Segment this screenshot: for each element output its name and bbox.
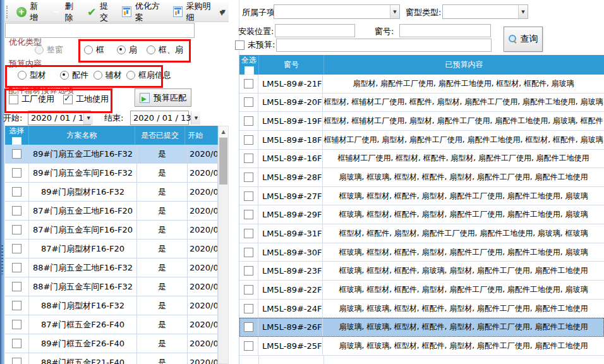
row-select-cell[interactable] xyxy=(5,145,29,163)
row-checkbox[interactable] xyxy=(244,135,253,145)
select-all-checkbox[interactable] xyxy=(245,66,254,75)
table-row[interactable]: 89#门扇型材F16-F32是2020/0 xyxy=(5,183,218,202)
row-checkbox[interactable] xyxy=(12,225,21,234)
row-select-cell[interactable] xyxy=(239,94,258,112)
row-select-cell[interactable] xyxy=(5,202,29,220)
table-row[interactable]: LM5L-89#-24F22扇玻璃, 框玻璃, 框型材, 框配件, 扇型材, 扇… xyxy=(239,300,604,318)
row-checkbox[interactable] xyxy=(244,322,253,332)
chevron-down-icon[interactable]: ▼ xyxy=(83,111,93,124)
install-pos-input[interactable] xyxy=(275,24,355,37)
row-select-cell[interactable] xyxy=(5,334,29,353)
table-row[interactable]: LM5L-89#-23F21框玻璃, 框型材, 框配件, 扇玻璃, 扇型材, 扇… xyxy=(239,262,604,281)
budget-match-button[interactable]: 预算匹配 xyxy=(135,88,191,107)
row-select-cell[interactable] xyxy=(239,150,258,168)
table-row[interactable]: LM5L-89#-25F23扇玻璃, 框玻璃, 框型材, 框配件, 扇型材, 扇… xyxy=(239,337,604,356)
toolbar-overflow-button[interactable]: ▬▼ xyxy=(217,7,226,18)
end-date-picker[interactable]: 2020 / 01 / 13 ▼ xyxy=(130,111,189,125)
row-checkbox[interactable] xyxy=(12,244,21,253)
row-select-cell[interactable] xyxy=(239,224,258,243)
submit-button[interactable]: ✔ 提交 xyxy=(83,0,119,25)
row-select-cell[interactable] xyxy=(239,205,258,224)
budgeted-content-column-header[interactable]: 已预算内容 xyxy=(324,55,604,75)
row-checkbox[interactable] xyxy=(244,266,253,276)
delete-button[interactable]: − 删除 xyxy=(48,0,83,25)
row-select-cell[interactable] xyxy=(239,337,258,355)
chevron-down-icon[interactable]: ▼ xyxy=(191,111,200,124)
row-select-cell[interactable] xyxy=(239,112,258,130)
row-select-cell[interactable] xyxy=(5,240,29,258)
table-row[interactable]: LM5L-89#-30F28框玻璃, 框型材, 框配件, 扇型材, 扇配件工厂使… xyxy=(239,243,604,262)
table-row[interactable]: LM5L-89#-19F17框型材, 框辅材工厂使用, 扇型材, 扇配件工厂使用… xyxy=(239,112,604,131)
table-row[interactable]: LM5L-89#-18F16框辅材工厂使用, 扇型材, 扇配件工厂使用, 扇配件… xyxy=(239,131,604,150)
radio-frame[interactable]: 框 xyxy=(84,45,104,55)
table-row[interactable]: 87#门扇五金车间F16-F20是2020/0 xyxy=(5,221,218,240)
table-row[interactable]: 88#门扇五金工地F16-F32是2020/0 xyxy=(5,258,218,277)
query-button[interactable]: 查询 xyxy=(504,27,543,52)
row-checkbox[interactable] xyxy=(244,191,253,201)
table-row[interactable]: LM5L-89#-20F18框型材, 框辅材工厂使用, 框配件, 扇型材, 扇配… xyxy=(239,94,604,112)
start-column-header[interactable]: 开始 xyxy=(185,126,218,145)
table-row[interactable]: 88#门框五金F21-F40是2020/0 xyxy=(5,353,218,364)
row-select-cell[interactable] xyxy=(239,75,258,93)
select-column-header[interactable]: 选择 xyxy=(5,126,29,145)
site-use-checkbox[interactable]: 工地使用 xyxy=(63,94,109,104)
row-select-cell[interactable] xyxy=(5,221,29,239)
table-row[interactable]: 89#门扇五金车间F16-F32是2020/0 xyxy=(5,164,218,183)
row-checkbox[interactable] xyxy=(12,206,21,215)
chevron-down-icon[interactable]: ▼ xyxy=(518,5,528,18)
radio-whole-window[interactable]: 整窗 xyxy=(35,45,63,55)
table-row[interactable]: 89#门框五金F26-F40是2020/0 xyxy=(5,334,218,353)
table-row[interactable]: 88#门扇五金车间F16-F32是2020/0 xyxy=(5,277,218,296)
search-input[interactable] xyxy=(5,23,195,38)
row-checkbox[interactable] xyxy=(244,341,253,351)
row-select-cell[interactable] xyxy=(239,318,258,336)
row-checkbox[interactable] xyxy=(12,358,21,364)
row-select-cell[interactable] xyxy=(5,353,29,364)
table-row[interactable]: LM5L-89#-22F20框玻璃, 框型材, 框配件, 扇型材, 扇配件工厂使… xyxy=(239,281,604,300)
table-row[interactable]: 89#门扇五金工地F16-F32是2020/0 xyxy=(5,145,218,164)
row-checkbox[interactable] xyxy=(12,282,21,291)
row-select-cell[interactable] xyxy=(5,277,29,296)
row-checkbox[interactable] xyxy=(12,339,21,348)
row-select-cell[interactable] xyxy=(239,300,258,318)
radio-frame-sash[interactable]: 框、扇 xyxy=(147,45,183,55)
table-row[interactable]: 87#门框五金F26-F40是2020/0 xyxy=(5,315,218,334)
plan-table-scrollbar[interactable]: ▲ xyxy=(218,126,229,364)
row-select-cell[interactable] xyxy=(5,183,29,201)
table-row[interactable]: LM5L-89#-21F19扇型材, 扇配件工厂使用, 扇配件工地使用, 框型材… xyxy=(239,75,604,94)
plan-name-column-header[interactable]: 方案名称 xyxy=(29,126,135,145)
radio-accessory[interactable]: 配件 xyxy=(60,70,88,80)
radio-sash[interactable]: 扇 xyxy=(117,45,137,55)
toolbar-grip[interactable] xyxy=(6,6,9,18)
row-checkbox[interactable] xyxy=(12,263,21,272)
table-row[interactable]: LM5L-89#-31F29框型材, 框配件, 扇型材, 扇配件工厂使用, 扇配… xyxy=(239,224,604,243)
row-checkbox[interactable] xyxy=(244,79,253,88)
row-checkbox[interactable] xyxy=(12,187,21,197)
row-checkbox[interactable] xyxy=(244,285,253,294)
no-budget-input[interactable] xyxy=(276,39,492,52)
row-select-cell[interactable] xyxy=(239,168,258,186)
table-row[interactable]: LM5L-89#-16F15框辅材工厂使用, 框型材, 框配件, 扇型材, 扇配… xyxy=(239,150,604,169)
table-row[interactable]: LM5L-89#-26F24扇玻璃, 框玻璃, 框型材, 框配件, 扇型材, 扇… xyxy=(239,318,604,337)
row-checkbox[interactable] xyxy=(244,248,253,257)
window-type-dropdown[interactable]: ▼ xyxy=(442,4,528,19)
row-select-cell[interactable] xyxy=(5,258,29,277)
row-checkbox[interactable] xyxy=(12,149,21,159)
select-all-checkbox[interactable] xyxy=(12,137,21,145)
table-row[interactable]: 87#门扇型材F16-F20是2020/0 xyxy=(5,240,218,258)
row-checkbox[interactable] xyxy=(244,229,253,238)
row-checkbox[interactable] xyxy=(244,154,253,163)
row-select-cell[interactable] xyxy=(239,262,258,280)
row-checkbox[interactable] xyxy=(244,116,253,126)
row-checkbox[interactable] xyxy=(12,320,21,329)
chevron-down-icon[interactable]: ▼ xyxy=(390,5,399,18)
table-row[interactable]: LM5L-89#-28F26扇玻璃, 框玻璃, 框型材, 框配件, 扇型材, 扇… xyxy=(239,168,604,187)
scroll-up-icon[interactable]: ▲ xyxy=(219,126,228,138)
optimize-plan-button[interactable]: 优化方案 xyxy=(119,0,170,25)
row-checkbox[interactable] xyxy=(244,210,253,219)
row-select-cell[interactable] xyxy=(239,243,258,262)
submitted-column-header[interactable]: 是否已提交 xyxy=(135,126,185,145)
radio-profile[interactable]: 型材 xyxy=(18,70,46,80)
new-button[interactable]: + 新增 xyxy=(13,0,49,25)
table-row[interactable]: LM5L-89#-29F27框玻璃, 框型材, 框配件, 扇型材, 扇配件工厂使… xyxy=(239,205,604,224)
